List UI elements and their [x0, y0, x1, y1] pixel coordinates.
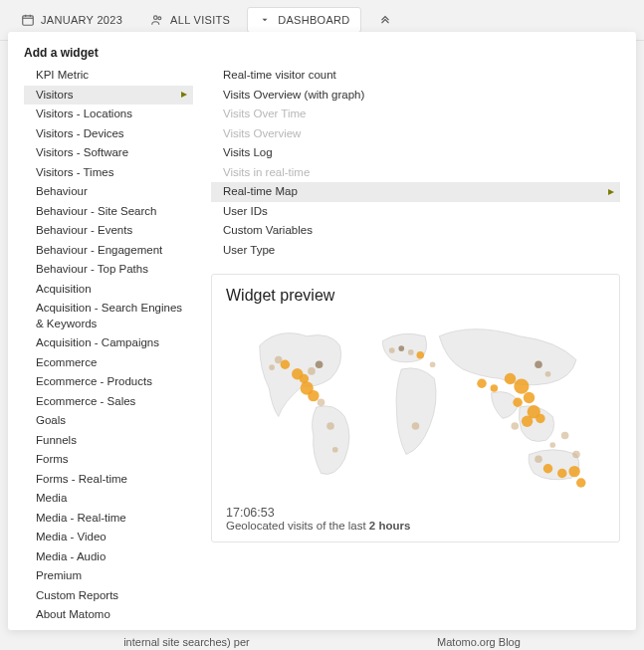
chevron-right-icon: ▸	[181, 88, 187, 104]
category-item[interactable]: KPI Metric	[24, 66, 193, 86]
category-label: Funnels	[36, 434, 77, 446]
chevron-double-up-icon	[378, 12, 392, 28]
category-label: Forms - Real-time	[36, 473, 127, 485]
subcategory-label: Custom Variables	[223, 224, 313, 236]
svg-point-26	[505, 373, 516, 384]
category-label: Ecommerce - Sales	[36, 395, 135, 407]
svg-point-4	[154, 16, 158, 19]
svg-point-25	[491, 384, 499, 392]
category-item[interactable]: Acquisition - Campaigns	[24, 333, 193, 353]
category-item[interactable]: Ecommerce	[24, 353, 193, 373]
subcategory-item[interactable]: Real-time visitor count	[211, 66, 620, 86]
svg-point-28	[524, 392, 535, 403]
svg-point-8	[269, 364, 275, 370]
dashboard-dropdown-button[interactable]: DASHBOARD	[247, 7, 360, 33]
subcategory-label: Visits in real-time	[223, 166, 310, 178]
category-item[interactable]: Forms	[24, 450, 193, 470]
svg-point-29	[513, 398, 523, 408]
category-item[interactable]: About Matomo	[24, 605, 193, 625]
category-label: Behaviour - Engagement	[36, 244, 162, 256]
category-label: Visitors	[36, 89, 74, 101]
category-item[interactable]: Behaviour - Engagement	[24, 241, 193, 261]
category-item[interactable]: Ecommerce - Products	[24, 372, 193, 392]
category-item[interactable]: Custom Reports	[24, 586, 193, 606]
category-item[interactable]: Acquisition	[24, 280, 193, 300]
background-content: internal site searches) per Matomo.org B…	[0, 636, 644, 648]
date-range-label: JANUARY 2023	[41, 14, 122, 26]
category-item[interactable]: Behaviour	[24, 182, 193, 202]
category-item[interactable]: Ecommerce - Sales	[24, 392, 193, 412]
chevron-right-icon: ▸	[608, 184, 614, 200]
svg-point-35	[545, 371, 551, 377]
category-label: Forms	[36, 453, 69, 465]
svg-point-27	[514, 379, 529, 394]
subcategory-label: Visits Log	[223, 146, 273, 158]
category-item[interactable]: Visitors - Locations	[24, 105, 193, 124]
category-label: Media - Video	[36, 531, 107, 542]
category-label: Media - Real-time	[36, 512, 126, 524]
subcategory-item[interactable]: Real-time Map▸	[211, 182, 620, 202]
realtime-map[interactable]	[226, 313, 605, 502]
subcategory-item: Visits Over Time	[211, 105, 620, 124]
caret-down-icon	[258, 13, 272, 27]
svg-point-14	[308, 390, 319, 401]
segment-label: ALL VISITS	[170, 14, 230, 26]
svg-point-39	[576, 478, 586, 488]
category-label: Visitors - Devices	[36, 127, 124, 139]
svg-point-40	[535, 456, 542, 464]
subcategory-item[interactable]: User Type	[211, 241, 620, 261]
subcategory-item: Visits in real-time	[211, 163, 620, 183]
subcategory-label: User IDs	[223, 205, 268, 217]
category-item[interactable]: Acquisition - Search Engines & Keywords	[24, 299, 193, 333]
category-item[interactable]: Media - Audio	[24, 547, 193, 567]
svg-point-38	[568, 466, 579, 477]
category-label: Visitors - Software	[36, 146, 128, 158]
segment-button[interactable]: ALL VISITS	[139, 7, 241, 33]
category-item[interactable]: Funnels	[24, 431, 193, 451]
category-item[interactable]: Visitors - Times	[24, 163, 193, 183]
svg-point-31	[522, 416, 533, 427]
category-item[interactable]: Behaviour - Top Paths	[24, 260, 193, 280]
subcategory-label: User Type	[223, 244, 275, 256]
category-item[interactable]: Visitors - Software	[24, 143, 193, 163]
svg-point-34	[535, 361, 542, 369]
svg-point-33	[511, 422, 519, 430]
category-item[interactable]: Behaviour - Events	[24, 221, 193, 241]
widget-category-list: KPI MetricVisitors▸Visitors - LocationsV…	[24, 66, 193, 630]
map-caption: Geolocated visits of the last 2 hours	[226, 520, 605, 532]
category-label: Custom Reports	[36, 589, 118, 601]
svg-point-15	[318, 399, 325, 407]
category-label: Media - Audio	[36, 550, 106, 562]
svg-point-24	[477, 379, 487, 389]
subcategory-item[interactable]: User IDs	[211, 202, 620, 222]
svg-point-20	[408, 349, 414, 355]
subcategory-item[interactable]: Custom Variables	[211, 221, 620, 241]
subcategory-label: Visits Overview (with graph)	[223, 89, 364, 101]
category-item[interactable]: Media	[24, 489, 193, 509]
subcategory-label: Real-time visitor count	[223, 69, 336, 81]
dashboard-label: DASHBOARD	[278, 14, 349, 26]
category-item[interactable]: Visitors▸	[24, 86, 193, 106]
add-widget-heading: Add a widget	[24, 46, 620, 60]
category-item[interactable]: Behaviour - Site Search	[24, 202, 193, 222]
people-icon	[150, 13, 164, 27]
category-label: Acquisition - Search Engines & Keywords	[36, 302, 182, 329]
collapse-button[interactable]	[367, 6, 403, 34]
subcategory-item[interactable]: Visits Log	[211, 143, 620, 163]
category-item[interactable]: Media - Video	[24, 528, 193, 547]
category-item[interactable]: Media - Real-time	[24, 509, 193, 529]
subcategory-label: Real-time Map	[223, 185, 298, 197]
svg-point-41	[549, 442, 555, 448]
svg-point-36	[543, 464, 553, 474]
category-item[interactable]: Forms - Real-time	[24, 470, 193, 490]
date-range-button[interactable]: JANUARY 2023	[10, 7, 133, 33]
svg-rect-0	[23, 16, 34, 25]
category-item[interactable]: Goals	[24, 411, 193, 431]
widget-preview-title: Widget preview	[226, 287, 605, 305]
category-item[interactable]: Visitors - Devices	[24, 124, 193, 144]
category-item[interactable]: Premium	[24, 566, 193, 586]
category-item[interactable]: Insights	[24, 625, 193, 630]
dashboard-dropdown-panel: Add a widget KPI MetricVisitors▸Visitors…	[8, 32, 636, 630]
subcategory-item[interactable]: Visits Overview (with graph)	[211, 86, 620, 106]
svg-point-11	[308, 367, 316, 375]
